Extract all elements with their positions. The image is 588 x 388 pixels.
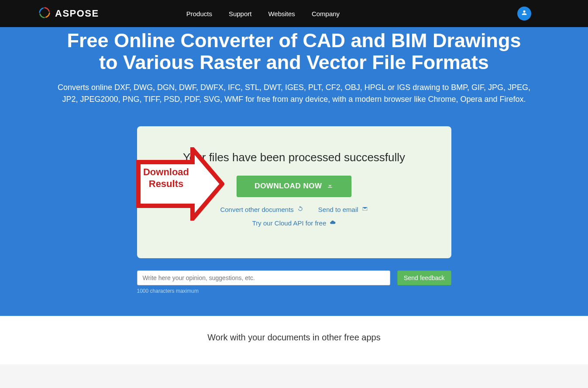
download-results-callout: DownloadResults [136, 147, 224, 221]
other-apps-heading: Work with your documents in other free a… [0, 333, 588, 343]
nav-support[interactable]: Support [229, 10, 252, 17]
user-icon [521, 9, 528, 18]
feedback-row: Send feedback [137, 270, 451, 285]
convert-other-link[interactable]: Convert other documents [220, 206, 303, 213]
page-title: Free Online Converter of CAD and BIM Dra… [63, 30, 526, 74]
page-subtitle: Converts online DXF, DWG, DGN, DWF, DWFX… [54, 82, 534, 105]
download-button-label: DOWNLOAD NOW [254, 182, 322, 191]
send-feedback-button[interactable]: Send feedback [397, 270, 451, 285]
hero: Free Online Converter of CAD and BIM Dra… [0, 27, 588, 316]
cloud-icon [330, 219, 336, 227]
download-button[interactable]: DOWNLOAD NOW [237, 176, 351, 197]
feedback-input[interactable] [137, 270, 391, 285]
envelope-icon [362, 206, 368, 213]
header: ASPOSE Products Support Websites Company [0, 0, 588, 27]
logo-swirl-icon [38, 7, 51, 21]
nav-websites[interactable]: Websites [268, 10, 295, 17]
cloud-api-label: Try our Cloud API for free [252, 219, 327, 227]
logo[interactable]: ASPOSE [38, 7, 99, 21]
download-icon [327, 182, 334, 191]
other-apps-section: Work with your documents in other free a… [0, 316, 588, 364]
send-email-link[interactable]: Send to email [318, 206, 368, 213]
footer-band [0, 364, 588, 388]
callout-label: DownloadResults [142, 166, 190, 190]
convert-other-label: Convert other documents [220, 206, 293, 213]
logo-text: ASPOSE [55, 8, 99, 19]
nav: Products Support Websites Company [186, 10, 340, 17]
refresh-icon [297, 206, 303, 213]
cloud-api-link[interactable]: Try our Cloud API for free [252, 219, 336, 227]
send-email-label: Send to email [318, 206, 358, 213]
nav-products[interactable]: Products [186, 10, 212, 17]
nav-company[interactable]: Company [312, 10, 340, 17]
feedback-limit: 1000 characters maximum [137, 288, 451, 294]
user-button[interactable] [517, 7, 531, 21]
